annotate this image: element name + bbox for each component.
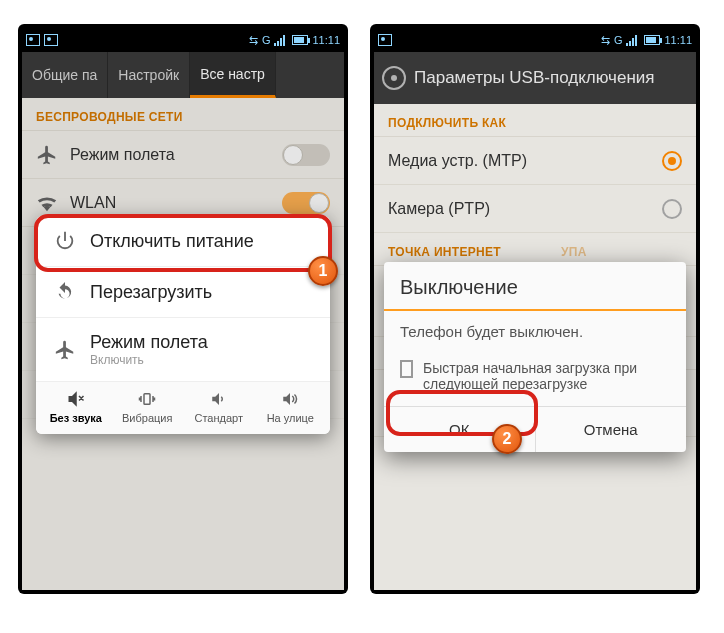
picture-icon (44, 34, 58, 46)
reboot-icon (54, 281, 76, 303)
signal-icon (626, 34, 640, 46)
mute-icon (65, 390, 87, 408)
sound-mode-row: Без звука Вибрация Стандарт На улице (36, 382, 330, 434)
fastboot-label: Быстрая начальная загрузка при следующей… (423, 360, 670, 392)
sound-vibrate[interactable]: Вибрация (112, 390, 184, 424)
clock: 11:11 (664, 34, 692, 46)
reboot-item[interactable]: Перезагрузить (36, 267, 330, 318)
dialog-title: Выключение (384, 262, 686, 309)
power-off-item[interactable]: Отключить питание (36, 216, 330, 267)
airplane-icon (54, 339, 76, 361)
marker-2: 2 (492, 424, 522, 454)
airplane-label: Режим полета (90, 332, 208, 353)
picture-icon (378, 34, 392, 46)
reboot-label: Перезагрузить (90, 282, 212, 303)
picture-icon (26, 34, 40, 46)
sound-silent[interactable]: Без звука (40, 390, 112, 424)
svg-rect-0 (144, 394, 150, 405)
phone-right: ⇆ G 11:11 Параметры USB-подключения ПОДК… (370, 24, 700, 594)
phone-left: ⇆ G 11:11 Общие па Настройк Все настр БЕ… (18, 24, 348, 594)
dialog-fastboot-row[interactable]: Быстрая начальная загрузка при следующей… (384, 352, 686, 406)
sound-outdoor[interactable]: На улице (255, 390, 327, 424)
shutdown-dialog: Выключение Телефон будет выключен. Быстр… (384, 262, 686, 452)
battery-icon (292, 35, 308, 45)
status-bar: ⇆ G 11:11 (22, 28, 344, 52)
wifi-icon: ⇆ (249, 34, 258, 47)
dialog-message: Телефон будет выключен. (384, 311, 686, 352)
signal-icon (274, 34, 288, 46)
battery-icon (644, 35, 660, 45)
sound-icon (208, 390, 230, 408)
power-menu: Отключить питание Перезагрузить Режим по… (36, 216, 330, 434)
network-label: G (614, 34, 623, 46)
cancel-button[interactable]: Отмена (536, 407, 687, 452)
network-label: G (262, 34, 271, 46)
sound-standard[interactable]: Стандарт (183, 390, 255, 424)
wifi-icon: ⇆ (601, 34, 610, 47)
power-icon (54, 230, 76, 252)
marker-1: 1 (308, 256, 338, 286)
power-off-label: Отключить питание (90, 231, 254, 252)
status-bar: ⇆ G 11:11 (374, 28, 696, 52)
airplane-item[interactable]: Режим полета Включить (36, 318, 330, 382)
vibrate-icon (136, 390, 158, 408)
airplane-sub: Включить (90, 353, 208, 367)
clock: 11:11 (312, 34, 340, 46)
loud-icon (279, 390, 301, 408)
fastboot-checkbox[interactable] (400, 360, 413, 378)
